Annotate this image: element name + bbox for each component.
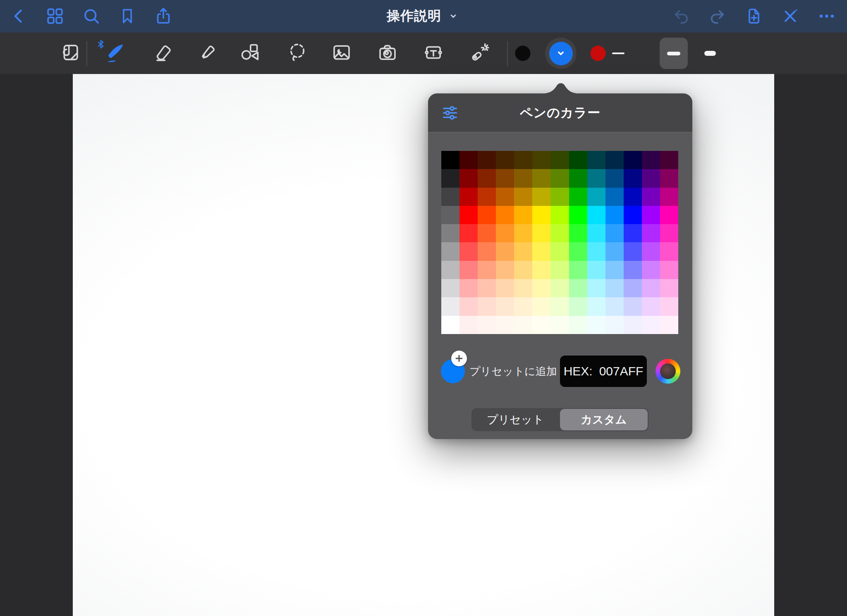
color-cell[interactable]	[459, 297, 478, 315]
color-cell[interactable]	[550, 206, 569, 224]
color-cell[interactable]	[587, 188, 605, 206]
pen-settings-button[interactable]	[440, 103, 459, 122]
color-cell[interactable]	[459, 169, 478, 187]
pen-tool-button[interactable]	[103, 41, 127, 66]
color-cell[interactable]	[532, 297, 550, 315]
color-cell[interactable]	[532, 242, 550, 260]
add-page-button[interactable]	[744, 7, 763, 26]
color-cell[interactable]	[624, 297, 642, 315]
color-cell[interactable]	[496, 297, 514, 315]
color-cell[interactable]	[624, 242, 642, 260]
color-cell[interactable]	[478, 151, 496, 169]
shapes-tool-button[interactable]	[239, 41, 261, 65]
color-cell[interactable]	[642, 188, 660, 206]
color-cell[interactable]	[514, 261, 532, 279]
color-cell[interactable]	[660, 151, 678, 169]
share-button[interactable]	[154, 7, 173, 26]
eraser-tool-button[interactable]	[151, 41, 174, 65]
color-cell[interactable]	[642, 169, 660, 187]
color-cell[interactable]	[514, 206, 532, 224]
color-cell[interactable]	[441, 169, 459, 187]
thickness-thick-button[interactable]	[704, 51, 716, 56]
color-cell[interactable]	[569, 188, 587, 206]
color-cell[interactable]	[514, 169, 532, 187]
color-cell[interactable]	[459, 224, 478, 242]
tab-preset[interactable]: プリセット	[471, 408, 559, 431]
hex-input[interactable]: HEX: 007AFF	[560, 356, 647, 387]
laser-tool-button[interactable]	[469, 41, 491, 65]
color-cell[interactable]	[624, 261, 642, 279]
color-cell[interactable]	[514, 188, 532, 206]
color-cell[interactable]	[532, 261, 550, 279]
color-cell[interactable]	[660, 188, 678, 206]
color-cell[interactable]	[459, 316, 478, 334]
color-cell[interactable]	[587, 169, 605, 187]
color-cell[interactable]	[569, 279, 587, 297]
color-cell[interactable]	[587, 242, 605, 260]
color-cell[interactable]	[441, 224, 459, 242]
color-cell[interactable]	[496, 224, 514, 242]
color-cell[interactable]	[441, 279, 459, 297]
color-cell[interactable]	[550, 279, 569, 297]
color-cell[interactable]	[624, 279, 642, 297]
swatch-current-button[interactable]	[545, 38, 577, 69]
color-cell[interactable]	[660, 206, 678, 224]
swatch-black-button[interactable]	[515, 46, 531, 61]
color-cell[interactable]	[478, 316, 496, 334]
color-cell[interactable]	[624, 224, 642, 242]
color-cell[interactable]	[550, 151, 569, 169]
redo-button[interactable]	[708, 7, 727, 26]
color-cell[interactable]	[624, 151, 642, 169]
color-cell[interactable]	[496, 188, 514, 206]
color-cell[interactable]	[587, 224, 605, 242]
color-cell[interactable]	[642, 242, 660, 260]
color-cell[interactable]	[605, 242, 624, 260]
color-cell[interactable]	[660, 297, 678, 315]
color-cell[interactable]	[532, 316, 550, 334]
tab-custom[interactable]: カスタム	[560, 409, 648, 430]
color-cell[interactable]	[532, 279, 550, 297]
color-cell[interactable]	[514, 242, 532, 260]
camera-tool-button[interactable]	[376, 41, 399, 65]
color-cell[interactable]	[532, 224, 550, 242]
color-cell[interactable]	[605, 279, 624, 297]
color-cell[interactable]	[605, 316, 624, 334]
back-button[interactable]	[10, 7, 28, 25]
color-cell[interactable]	[605, 224, 624, 242]
color-cell[interactable]	[441, 242, 459, 260]
color-wheel-button[interactable]	[656, 359, 680, 384]
color-cell[interactable]	[660, 169, 678, 187]
color-cell[interactable]	[624, 206, 642, 224]
color-cell[interactable]	[532, 151, 550, 169]
color-cell[interactable]	[514, 297, 532, 315]
color-cell[interactable]	[532, 169, 550, 187]
color-cell[interactable]	[605, 151, 624, 169]
color-cell[interactable]	[660, 316, 678, 334]
highlighter-tool-button[interactable]	[196, 41, 218, 65]
color-cell[interactable]	[642, 151, 660, 169]
color-cell[interactable]	[550, 261, 569, 279]
color-cell[interactable]	[587, 206, 605, 224]
color-cell[interactable]	[550, 188, 569, 206]
color-cell[interactable]	[642, 279, 660, 297]
color-cell[interactable]	[587, 279, 605, 297]
color-cell[interactable]	[478, 242, 496, 260]
color-cell[interactable]	[605, 169, 624, 187]
color-cell[interactable]	[550, 297, 569, 315]
image-tool-button[interactable]	[330, 41, 353, 65]
lasso-tool-button[interactable]	[286, 41, 309, 65]
bookmark-button[interactable]	[118, 7, 136, 25]
color-cell[interactable]	[587, 261, 605, 279]
color-cell[interactable]	[660, 261, 678, 279]
color-cell[interactable]	[569, 261, 587, 279]
color-cell[interactable]	[478, 206, 496, 224]
color-cell[interactable]	[459, 261, 478, 279]
color-cell[interactable]	[587, 297, 605, 315]
color-cell[interactable]	[605, 188, 624, 206]
color-cell[interactable]	[496, 279, 514, 297]
color-cell[interactable]	[587, 316, 605, 334]
color-cell[interactable]	[514, 279, 532, 297]
color-cell[interactable]	[441, 188, 459, 206]
color-cell[interactable]	[496, 242, 514, 260]
color-cell[interactable]	[624, 169, 642, 187]
